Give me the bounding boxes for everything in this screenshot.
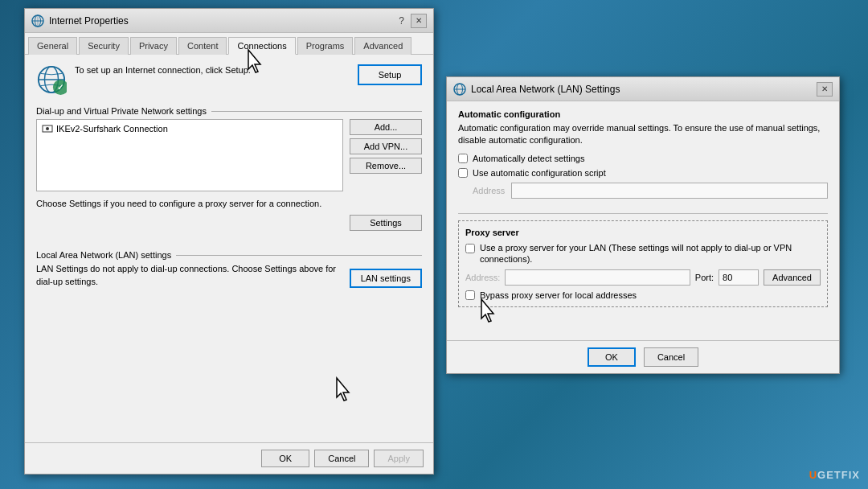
lan-settings-button[interactable]: LAN settings [350, 269, 422, 288]
lan-btn-row: LAN Settings do not apply to dial-up con… [36, 263, 422, 293]
lan-settings-window: Local Area Network (LAN) Settings ✕ Auto… [446, 76, 840, 374]
tab-connections[interactable]: Connections [228, 37, 295, 55]
proxy-description: Choose Settings if you need to configure… [36, 198, 422, 210]
bypass-row: Bypass proxy server for local addresses [465, 290, 821, 300]
port-input[interactable] [719, 269, 759, 286]
address-label: Address [473, 186, 505, 195]
proxy-address-input[interactable] [505, 269, 690, 286]
tab-general[interactable]: General [28, 37, 77, 55]
lan-titlebar-controls: ✕ [817, 82, 833, 97]
lan-ok-button[interactable]: OK [588, 347, 636, 367]
globe-icon: ✓ [36, 64, 67, 95]
cancel-button[interactable]: Cancel [314, 450, 369, 467]
lan-footer: OK Cancel [447, 340, 839, 373]
svg-point-10 [46, 127, 49, 130]
auto-detect-row: Automatically detect settings [458, 154, 828, 163]
lan-titlebar: Local Area Network (LAN) Settings ✕ [447, 77, 839, 101]
lan-section-label: Local Area Network (LAN) settings [36, 250, 422, 260]
auto-detect-label: Automatically detect settings [473, 154, 584, 163]
window-icon [31, 14, 44, 27]
setup-button[interactable]: Setup [358, 64, 422, 85]
dialup-label: Dial-up and Virtual Private Network sett… [36, 106, 422, 116]
proxy-fields-row: Address: Port: Advanced [465, 269, 821, 286]
tabs-bar: General Security Privacy Content Connect… [25, 33, 433, 55]
network-icon [42, 123, 53, 134]
proxy-address-label: Address: [465, 273, 500, 282]
settings-button[interactable]: Settings [350, 215, 422, 231]
ok-button[interactable]: OK [261, 450, 309, 467]
lan-window-icon [453, 83, 466, 96]
remove-button[interactable]: Remove... [350, 158, 422, 174]
lan-description: LAN Settings do not apply to dial-up con… [36, 263, 342, 288]
divider [458, 213, 828, 214]
auto-detect-checkbox[interactable] [458, 154, 468, 163]
close-button[interactable]: ✕ [411, 14, 427, 28]
tab-privacy[interactable]: Privacy [130, 37, 177, 55]
watermark: UGETFIX [809, 469, 860, 481]
address-input[interactable] [511, 183, 828, 199]
titlebar-left: Internet Properties [31, 14, 129, 27]
internet-properties-window: Internet Properties ? ✕ General Security… [24, 8, 434, 475]
apply-button[interactable]: Apply [374, 450, 424, 467]
help-icon[interactable]: ? [399, 15, 404, 27]
dialup-section: Dial-up and Virtual Private Network sett… [36, 106, 422, 231]
titlebar-controls: ? ✕ [399, 14, 427, 28]
lan-close-button[interactable]: ✕ [817, 82, 833, 97]
vpn-buttons: Add... Add VPN... Remove... [350, 119, 422, 191]
lan-window-content: Automatic configuration Automatic config… [447, 101, 839, 349]
svg-text:✓: ✓ [57, 83, 63, 92]
window-title: Internet Properties [49, 15, 129, 27]
titlebar: Internet Properties ? ✕ [25, 9, 433, 33]
add-vpn-button[interactable]: Add VPN... [350, 138, 422, 154]
proxy-use-checkbox[interactable] [465, 244, 475, 253]
lan-cancel-button[interactable]: Cancel [644, 347, 698, 367]
vpn-list-item[interactable]: IKEv2-Surfshark Connection [39, 121, 341, 136]
vpn-item-name: IKEv2-Surfshark Connection [56, 124, 168, 134]
auto-config-title: Automatic configuration [458, 109, 828, 119]
proxy-server-title: Proxy server [465, 228, 821, 237]
watermark-u: U [809, 469, 817, 481]
lan-section: Local Area Network (LAN) settings LAN Se… [36, 250, 422, 293]
port-label: Port: [695, 273, 714, 282]
tab-security[interactable]: Security [79, 37, 129, 55]
auto-script-label: Use automatic configuration script [473, 168, 606, 178]
window-content: ✓ To set up an Internet connection, clic… [25, 55, 433, 471]
auto-script-row: Use automatic configuration script [458, 168, 828, 178]
add-button[interactable]: Add... [350, 119, 422, 135]
vpn-section: IKEv2-Surfshark Connection Add... Add VP… [36, 119, 422, 191]
bypass-checkbox[interactable] [465, 290, 475, 300]
auto-script-checkbox[interactable] [458, 168, 468, 178]
advanced-button[interactable]: Advanced [764, 269, 821, 286]
proxy-use-label: Use a proxy server for your LAN (These s… [480, 242, 821, 265]
tab-advanced[interactable]: Advanced [354, 37, 411, 55]
lan-titlebar-left: Local Area Network (LAN) Settings [453, 83, 620, 96]
bypass-label: Bypass proxy server for local addresses [480, 290, 637, 300]
setup-row: ✓ To set up an Internet connection, clic… [36, 64, 422, 95]
vpn-list: IKEv2-Surfshark Connection [36, 119, 343, 191]
proxy-server-section: Proxy server Use a proxy server for your… [458, 220, 828, 308]
watermark-getfix: GETFIX [817, 469, 860, 481]
proxy-use-row: Use a proxy server for your LAN (These s… [465, 242, 821, 265]
tab-programs[interactable]: Programs [297, 37, 354, 55]
tab-content[interactable]: Content [178, 37, 227, 55]
footer: OK Cancel Apply [25, 442, 433, 474]
auto-config-desc: Automatic configuration may override man… [458, 122, 828, 147]
lan-window-title: Local Area Network (LAN) Settings [471, 84, 620, 95]
address-row: Address [458, 183, 828, 199]
setup-description: To set up an Internet connection, click … [75, 64, 350, 76]
